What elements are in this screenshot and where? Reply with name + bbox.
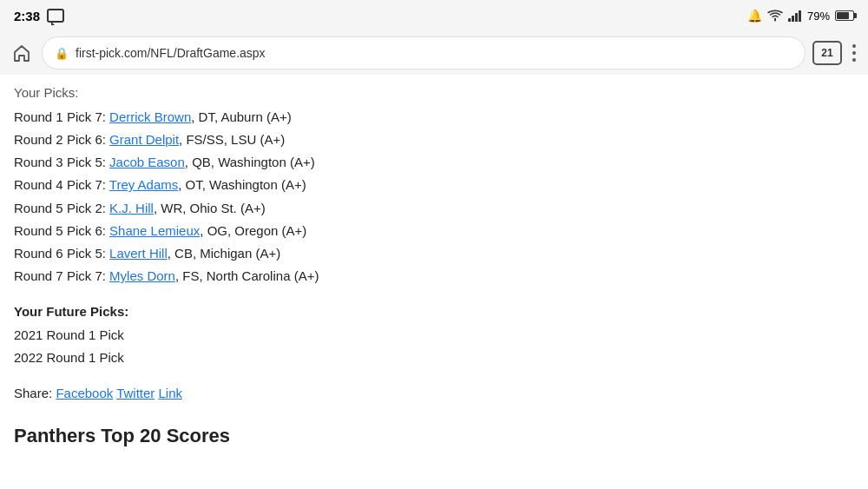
player-link-kj-hill[interactable]: K.J. Hill [109,201,154,215]
future-pick-2022: 2022 Round 1 Pick [14,347,854,369]
share-twitter[interactable]: Twitter [116,386,155,400]
your-picks-header: Your Picks: [14,82,854,104]
home-icon [12,43,31,63]
browser-menu-button[interactable] [849,41,859,65]
pick-round3: Round 3 Pick 5: Jacob Eason, QB, Washing… [14,151,854,174]
share-facebook[interactable]: Facebook [56,386,113,400]
player-link-shane-lemieux[interactable]: Shane Lemieux [109,223,200,238]
pick-round2: Round 2 Pick 6: Grant Delpit, FS/SS, LSU… [14,129,854,151]
tab-count-button[interactable]: 21 [812,41,842,65]
pick-round6: Round 6 Pick 5: Lavert Hill, CB, Michiga… [14,242,854,265]
menu-dot-2 [852,51,856,55]
status-left: 2:38 [14,9,64,23]
share-row: Share: Facebook Twitter Link [14,382,854,405]
battery-fill [837,12,849,19]
battery-icon [835,10,854,21]
time-display: 2:38 [14,9,40,23]
signal-icon [788,10,802,22]
svg-rect-3 [799,10,801,22]
pick-round5a: Round 5 Pick 2: K.J. Hill, WR, Ohio St. … [14,197,854,220]
status-bar: 2:38 79% [0,0,868,31]
player-link-lavert-hill[interactable]: Lavert Hill [109,246,168,261]
pick-round1: Round 1 Pick 7: Derrick Brown, DT, Aubur… [14,106,854,129]
scores-header: Panthers Top 20 Scores [14,420,854,452]
player-link-derrick-brown[interactable]: Derrick Brown [109,109,191,124]
future-picks-header: Your Future Picks: [14,301,854,323]
svg-rect-1 [792,16,794,22]
pick-round5b: Round 5 Pick 6: Shane Lemieux, OG, Orego… [14,220,854,242]
share-link[interactable]: Link [159,386,183,400]
alarm-icon [747,9,762,23]
home-button[interactable] [9,40,35,66]
svg-rect-0 [788,18,791,22]
page-content: Your Picks: Round 1 Pick 7: Derrick Brow… [0,75,868,489]
chat-icon [47,9,64,23]
battery-percentage: 79% [807,10,830,23]
menu-dot-3 [852,58,856,62]
lock-icon [55,45,69,61]
pick-round7: Round 7 Pick 7: Myles Dorn, FS, North Ca… [14,265,854,287]
browser-bar: first-pick.com/NFL/DraftGame.aspx 21 [0,31,868,75]
status-right: 79% [747,9,854,23]
pick-round4: Round 4 Pick 7: Trey Adams, OT, Washingt… [14,174,854,196]
player-link-jacob-eason[interactable]: Jacob Eason [109,155,185,169]
svg-rect-2 [795,13,798,22]
menu-dot-1 [852,44,856,48]
player-link-trey-adams[interactable]: Trey Adams [109,177,178,192]
share-label: Share: [14,386,52,400]
future-pick-2021: 2021 Round 1 Pick [14,324,854,347]
url-bar[interactable]: first-pick.com/NFL/DraftGame.aspx [42,36,806,69]
url-text: first-pick.com/NFL/DraftGame.aspx [76,46,266,60]
player-link-grant-delpit[interactable]: Grant Delpit [109,132,179,147]
player-link-myles-dorn[interactable]: Myles Dorn [109,268,175,283]
wifi-icon [767,10,783,22]
